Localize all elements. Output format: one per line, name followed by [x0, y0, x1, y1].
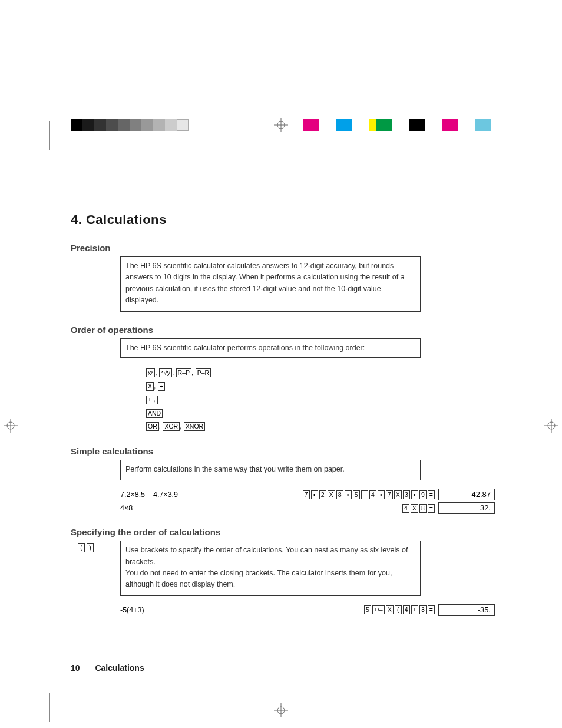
key-=: =: [428, 490, 435, 499]
key-5: 5: [364, 605, 371, 614]
order-body: The HP 6S scientific calculator performs…: [120, 338, 421, 358]
key-XNOR: XNOR: [184, 422, 205, 431]
example-line: 4×84X8=32.: [120, 502, 495, 514]
heading-specify: Specifying the order of calculations: [71, 527, 495, 537]
key-X: X: [328, 490, 335, 499]
page-number: 10: [71, 663, 80, 673]
specify-examples: -5(4+3)5+/–X(4+3=-35.: [120, 604, 495, 616]
key-X: X: [386, 605, 394, 614]
key-−: −: [361, 490, 368, 499]
registration-mark-top: [274, 118, 288, 132]
cmyk-color-bar: [303, 119, 491, 131]
section-simple: Simple calculations Perform calculations…: [71, 446, 495, 514]
key-OR: OR: [146, 422, 159, 431]
key-•: •: [311, 490, 318, 499]
crop-mark-bottom-left: [21, 693, 50, 722]
example-expression: 4×8: [120, 504, 185, 512]
key-4: 4: [403, 605, 410, 614]
bracket-key-open: (: [78, 543, 85, 552]
key-4: 4: [369, 490, 376, 499]
key-ˣ√y: ˣ√y: [159, 368, 172, 377]
precision-body: The HP 6S scientific calculator calculat…: [120, 256, 421, 312]
bracket-key-close: ): [87, 543, 94, 552]
chapter-title: 4. Calculations: [71, 212, 495, 228]
key-+: +: [146, 396, 153, 404]
key-X: X: [146, 382, 154, 391]
registration-mark-left: [4, 419, 18, 433]
key-+: +: [411, 605, 418, 614]
key-•: •: [345, 490, 352, 499]
key-AND: AND: [146, 409, 163, 418]
key-P–R: P–R: [196, 368, 211, 377]
example-line: 7.2×8.5 – 4.7×3.97•2X8•5−4•7X3•9=42.87: [120, 489, 495, 500]
example-key-sequence: 4X8=: [402, 504, 435, 513]
key-3: 3: [419, 605, 427, 614]
section-precision: Precision The HP 6S scientific calculato…: [71, 243, 495, 312]
bracket-keys: (): [78, 543, 94, 552]
key-X: X: [411, 504, 418, 513]
registration-mark-right: [544, 419, 558, 433]
key-7: 7: [386, 490, 393, 499]
key-•: •: [411, 490, 418, 499]
heading-precision: Precision: [71, 243, 495, 253]
footer-chapter: Calculations: [95, 663, 144, 673]
order-operations-list: xʸ, ˣ√y, R–P, P–RX, ÷+, −ANDOR, XOR, XNO…: [146, 366, 495, 433]
page-content: 4. Calculations Precision The HP 6S scie…: [71, 212, 495, 629]
key-=: =: [428, 504, 435, 513]
key-•: •: [378, 490, 385, 499]
key-+/–: +/–: [372, 605, 385, 614]
example-key-sequence: 5+/–X(4+3=: [364, 605, 435, 614]
key-=: =: [428, 605, 435, 614]
key-X: X: [394, 490, 402, 499]
heading-simple: Simple calculations: [71, 446, 495, 456]
example-result: 32.: [438, 502, 495, 514]
example-line: -5(4+3)5+/–X(4+3=-35.: [120, 604, 495, 616]
key-R–P: R–P: [176, 368, 191, 377]
key-4: 4: [402, 504, 409, 513]
simple-body: Perform calculations in the same way tha…: [120, 460, 421, 480]
page-footer: 10 Calculations: [71, 663, 144, 673]
example-expression: 7.2×8.5 – 4.7×3.9: [120, 490, 185, 499]
key-8: 8: [336, 490, 343, 499]
key-8: 8: [419, 504, 427, 513]
key-3: 3: [403, 490, 410, 499]
key-xʸ: xʸ: [146, 368, 155, 377]
key-(: (: [395, 605, 402, 614]
section-specify: Specifying the order of calculations () …: [71, 527, 495, 616]
example-result: 42.87: [438, 489, 495, 500]
example-key-sequence: 7•2X8•5−4•7X3•9=: [303, 490, 435, 499]
example-expression: -5(4+3): [120, 606, 185, 614]
simple-examples: 7.2×8.5 – 4.7×3.97•2X8•5−4•7X3•9=42.874×…: [120, 489, 495, 514]
key-5: 5: [353, 490, 360, 499]
heading-order: Order of operations: [71, 325, 495, 335]
grayscale-ramp: [71, 119, 189, 131]
key-÷: ÷: [158, 382, 165, 391]
specify-body: Use brackets to specify the order of cal…: [120, 541, 421, 596]
key-XOR: XOR: [163, 422, 180, 431]
key-7: 7: [303, 490, 310, 499]
key-9: 9: [419, 490, 427, 499]
key-−: −: [157, 396, 164, 404]
registration-mark-bottom: [274, 703, 288, 717]
section-order: Order of operations The HP 6S scientific…: [71, 325, 495, 433]
key-2: 2: [319, 490, 326, 499]
example-result: -35.: [438, 604, 495, 616]
